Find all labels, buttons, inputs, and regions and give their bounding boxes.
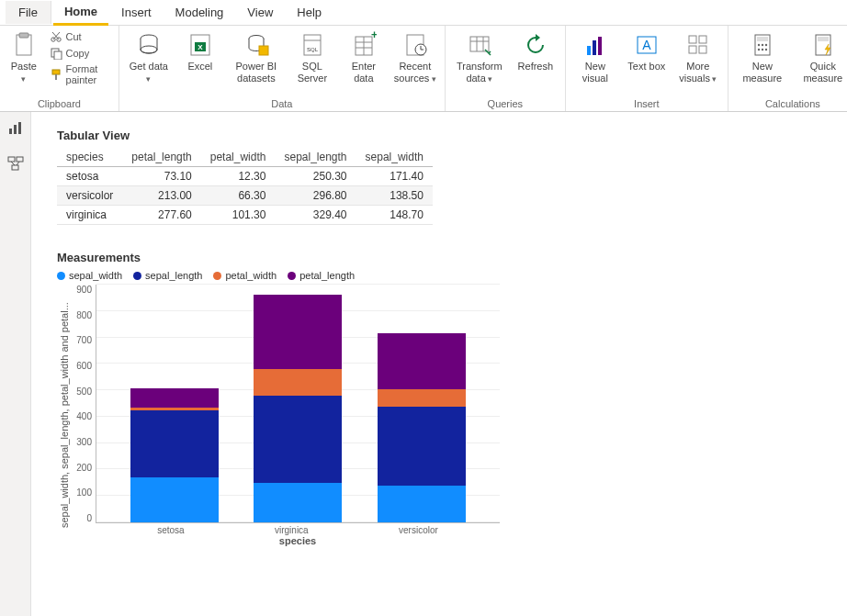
left-nav — [0, 112, 31, 616]
model-view-button[interactable] — [7, 155, 24, 174]
menu-modeling[interactable]: Modeling — [164, 1, 235, 24]
menu-help[interactable]: Help — [286, 1, 333, 24]
new-visual-button[interactable]: New visual — [573, 29, 617, 84]
quick-measure-icon — [810, 31, 836, 59]
svg-rect-43 — [757, 37, 768, 41]
cut-button[interactable]: Cut — [48, 29, 111, 44]
legend-item[interactable]: petal_width — [213, 270, 277, 281]
svg-point-49 — [765, 49, 767, 50]
new-measure-button[interactable]: New measure — [736, 29, 789, 84]
svg-rect-51 — [818, 37, 829, 41]
svg-rect-34 — [593, 40, 596, 55]
svg-rect-33 — [587, 46, 591, 55]
svg-line-60 — [11, 162, 15, 165]
bars-container — [96, 285, 500, 522]
bar-versicolor[interactable] — [378, 333, 466, 522]
svg-rect-40 — [689, 46, 696, 53]
scissors-icon — [50, 30, 62, 43]
bar-segment[interactable] — [378, 407, 466, 486]
chart-title: Measurements — [57, 251, 821, 264]
menu-bar: File Home Insert Modeling View Help — [0, 0, 847, 26]
copy-button[interactable]: Copy — [48, 46, 111, 61]
transform-data-label: Transform data — [453, 61, 506, 84]
text-box-button[interactable]: A Text box — [625, 29, 669, 73]
svg-rect-41 — [699, 46, 706, 53]
transform-icon — [467, 31, 492, 59]
table-row[interactable]: versicolor 213.00 66.30 296.80 138.50 — [57, 186, 433, 206]
svg-rect-39 — [699, 36, 706, 43]
more-visuals-button[interactable]: More visuals — [676, 29, 720, 84]
new-measure-label: New measure — [736, 61, 789, 84]
bar-segment[interactable] — [130, 477, 219, 523]
transform-data-button[interactable]: Transform data — [453, 29, 506, 84]
table-title: Tabular View — [57, 129, 821, 142]
x-axis-ticks: setosa virginica versicolor — [96, 523, 500, 535]
y-axis-ticks: 900 800 700 600 500 400 300 200 100 0 — [70, 285, 96, 523]
recent-sources-button[interactable]: Recent sources — [393, 29, 437, 84]
svg-rect-16 — [259, 46, 268, 55]
col-petal-width: petal_width — [201, 148, 276, 167]
sql-icon: SQL — [299, 31, 325, 59]
legend-dot — [133, 272, 141, 280]
bar-segment[interactable] — [254, 483, 342, 522]
recent-icon — [402, 31, 428, 59]
svg-rect-55 — [14, 125, 17, 134]
bar-segment[interactable] — [254, 369, 342, 396]
get-data-button[interactable]: Get data — [127, 29, 171, 84]
pbi-datasets-button[interactable]: Power BI datasets — [230, 29, 283, 84]
legend-item[interactable]: sepal_length — [133, 270, 202, 281]
svg-point-44 — [758, 44, 760, 46]
y-axis-title: sepal_width, sepal_length, petal_width a… — [57, 285, 70, 546]
quick-measure-button[interactable]: Quick measure — [796, 29, 847, 84]
bar-segment[interactable] — [378, 486, 466, 522]
ribbon-group-calculations: New measure Quick measure Calculations — [728, 26, 847, 111]
bar-segment[interactable] — [378, 389, 466, 407]
table-visual[interactable]: Tabular View species petal_length petal_… — [57, 129, 821, 225]
chart-visual[interactable]: Measurements sepal_width sepal_length pe… — [57, 251, 821, 546]
clipboard-group-label: Clipboard — [7, 97, 111, 109]
enter-data-icon: + — [351, 31, 377, 59]
bar-virginica[interactable] — [254, 295, 342, 522]
database-icon — [136, 31, 162, 59]
excel-button[interactable]: X Excel — [178, 29, 222, 73]
bar-segment[interactable] — [254, 295, 342, 368]
col-sepal-length: sepal_length — [275, 148, 356, 167]
paste-button[interactable]: Paste — [7, 29, 40, 84]
svg-point-46 — [765, 44, 767, 46]
excel-label: Excel — [187, 61, 212, 73]
sql-server-button[interactable]: SQL SQL Server — [290, 29, 334, 84]
svg-rect-7 — [54, 51, 62, 60]
bar-segment[interactable] — [130, 388, 219, 408]
menu-home[interactable]: Home — [53, 0, 108, 26]
menu-insert[interactable]: Insert — [110, 1, 163, 24]
pbi-datasets-label: Power BI datasets — [230, 61, 283, 84]
svg-rect-1 — [19, 33, 28, 38]
recent-sources-label: Recent sources — [393, 61, 437, 84]
format-painter-button[interactable]: Format painter — [48, 62, 111, 86]
calculator-icon — [750, 31, 775, 59]
refresh-button[interactable]: Refresh — [514, 29, 558, 73]
col-species: species — [57, 148, 122, 167]
bar-segment[interactable] — [254, 396, 342, 483]
legend-item[interactable]: sepal_width — [57, 270, 122, 281]
svg-line-5 — [52, 32, 59, 39]
excel-icon: X — [187, 31, 213, 59]
get-data-label: Get data — [127, 61, 171, 84]
report-view-icon — [7, 119, 24, 136]
bar-segment[interactable] — [378, 333, 466, 390]
table-row[interactable]: virginica 277.60 101.30 329.40 148.70 — [57, 206, 433, 225]
report-canvas[interactable]: Tabular View species petal_length petal_… — [31, 112, 847, 616]
bar-segment[interactable] — [130, 410, 219, 476]
bar-setosa[interactable] — [130, 388, 219, 522]
enter-data-button[interactable]: + Enter data — [342, 29, 386, 84]
report-view-button[interactable] — [7, 119, 24, 139]
menu-file[interactable]: File — [6, 1, 51, 24]
svg-line-61 — [17, 162, 19, 165]
paintbrush-icon — [50, 68, 62, 81]
table-row[interactable]: setosa 73.10 12.30 250.30 171.40 — [57, 167, 433, 186]
legend-dot — [288, 272, 296, 280]
pbi-datasets-icon — [243, 31, 269, 59]
menu-view[interactable]: View — [236, 1, 284, 24]
legend-item[interactable]: petal_length — [288, 270, 355, 281]
svg-rect-9 — [55, 74, 57, 80]
